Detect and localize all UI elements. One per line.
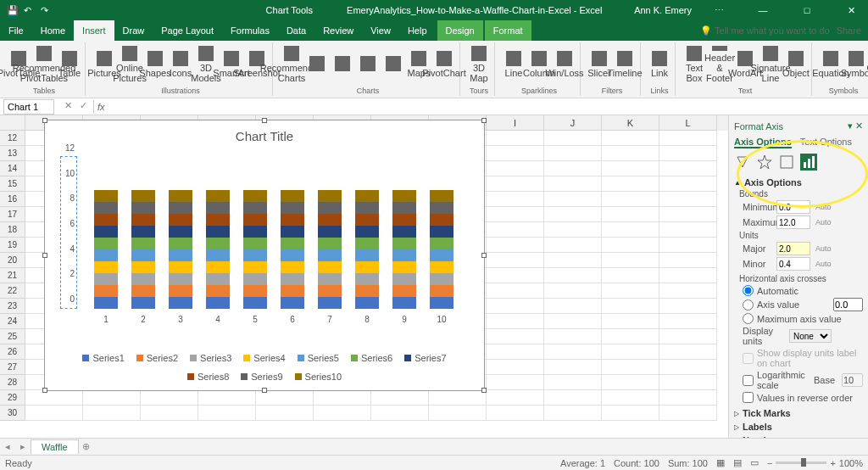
zoom-slider[interactable] <box>776 462 826 464</box>
tab-formulas[interactable]: Formulas <box>222 20 278 41</box>
minor-input[interactable] <box>776 257 810 271</box>
row-header[interactable]: 29 <box>0 390 25 406</box>
cell[interactable] <box>659 314 717 329</box>
cell[interactable] <box>487 329 544 344</box>
enter-formula-icon[interactable]: ✓ <box>76 100 90 114</box>
cell[interactable] <box>141 406 198 421</box>
bar-column[interactable]: 4 <box>206 190 230 309</box>
cell[interactable] <box>487 314 544 329</box>
cell[interactable] <box>544 390 602 406</box>
cell[interactable] <box>602 375 659 390</box>
ribbon-win-loss[interactable]: Win/Loss <box>553 46 576 83</box>
cell[interactable] <box>659 283 717 299</box>
ribbon-object[interactable]: Object <box>784 46 808 83</box>
cell[interactable] <box>544 360 602 375</box>
cell[interactable] <box>602 299 659 314</box>
cell[interactable] <box>487 283 544 299</box>
name-box[interactable]: Chart 1 <box>3 99 54 115</box>
fx-icon[interactable]: fx <box>97 102 105 112</box>
cell[interactable] <box>371 406 429 421</box>
logscale-check[interactable] <box>743 375 754 386</box>
ribbon-recommended-charts[interactable]: Recommended Charts <box>280 46 303 83</box>
legend-item[interactable]: Series5 <box>298 353 339 363</box>
cell[interactable] <box>659 161 717 176</box>
axisval-input[interactable] <box>833 298 863 311</box>
bar-column[interactable]: 10 <box>430 190 453 309</box>
labels-section[interactable]: ▷Labels <box>734 420 863 434</box>
ribbon-[interactable] <box>331 46 354 83</box>
ribbon--d-map[interactable]: 3D Map <box>467 46 491 83</box>
min-input[interactable] <box>776 200 810 214</box>
bar-column[interactable]: 2 <box>131 190 155 309</box>
tab-design[interactable]: Design <box>437 20 483 41</box>
ribbon-shapes[interactable]: Shapes <box>143 46 167 83</box>
row-header[interactable]: 13 <box>0 146 25 161</box>
cell[interactable] <box>429 406 487 421</box>
min-auto[interactable]: Auto <box>815 203 832 211</box>
cell[interactable] <box>659 360 717 375</box>
row-header[interactable]: 30 <box>0 406 25 421</box>
ribbon-timeline[interactable]: Timeline <box>613 46 637 83</box>
number-section[interactable]: ▷Number <box>734 434 863 438</box>
row-header[interactable]: 24 <box>0 314 25 329</box>
cell[interactable] <box>602 146 659 161</box>
subtab-text-options[interactable]: Text Options <box>800 137 852 148</box>
minimize-icon[interactable]: — <box>746 0 780 20</box>
user-name[interactable]: Ann K. Emery <box>634 5 692 15</box>
legend-item[interactable]: Series2 <box>136 353 178 363</box>
resize-handle[interactable] <box>42 253 47 258</box>
autosave-icon[interactable]: 💾 <box>7 5 17 15</box>
tab-file[interactable]: File <box>0 20 32 41</box>
cell[interactable] <box>602 283 659 299</box>
ribbon-symbol[interactable]: Symbol <box>844 46 868 83</box>
cell[interactable] <box>487 268 544 283</box>
resize-handle[interactable] <box>481 118 487 123</box>
row-header[interactable]: 14 <box>0 161 25 176</box>
cell[interactable] <box>659 207 717 222</box>
cell[interactable] <box>487 192 544 207</box>
max-auto[interactable]: Auto <box>815 218 832 227</box>
cell[interactable] <box>602 329 659 344</box>
tab-data[interactable]: Data <box>278 20 314 41</box>
ribbon-table[interactable]: Table <box>58 46 81 83</box>
base-input[interactable] <box>842 373 863 387</box>
cell[interactable] <box>487 375 544 390</box>
chart-legend[interactable]: Series1Series2Series3Series4Series5Serie… <box>45 353 484 382</box>
minor-auto[interactable]: Auto <box>815 260 832 268</box>
cell[interactable] <box>487 161 544 176</box>
cell[interactable] <box>25 406 83 421</box>
cell[interactable] <box>487 344 544 360</box>
row-header[interactable]: 25 <box>0 329 25 344</box>
bar-column[interactable]: 1 <box>94 190 118 309</box>
cell[interactable] <box>544 146 602 161</box>
ribbon-line[interactable]: Line <box>502 46 526 83</box>
cell[interactable] <box>487 238 544 253</box>
bar-column[interactable]: 9 <box>392 190 416 309</box>
cell[interactable] <box>544 253 602 268</box>
ribbon-[interactable] <box>356 46 380 83</box>
cell[interactable] <box>602 344 659 360</box>
cell[interactable] <box>659 329 717 344</box>
major-auto[interactable]: Auto <box>815 244 832 253</box>
tab-home[interactable]: Home <box>32 20 74 41</box>
sheet-nav-first-icon[interactable]: ◂ <box>0 441 15 452</box>
cell[interactable] <box>659 222 717 238</box>
cell[interactable] <box>659 406 717 421</box>
cell[interactable] <box>544 207 602 222</box>
legend-item[interactable]: Series3 <box>190 353 231 363</box>
cell[interactable] <box>659 192 717 207</box>
cell[interactable] <box>659 268 717 283</box>
axis-options-section[interactable]: ▲Axis Options <box>734 176 863 189</box>
new-sheet-icon[interactable]: ⊕ <box>79 441 94 452</box>
cell[interactable] <box>544 268 602 283</box>
col-header[interactable]: J <box>544 115 602 131</box>
cancel-formula-icon[interactable]: ✕ <box>61 100 75 114</box>
view-layout-icon[interactable]: ▤ <box>733 457 742 468</box>
cell[interactable] <box>602 207 659 222</box>
zoom-level[interactable]: 100% <box>839 458 863 468</box>
cell[interactable] <box>487 406 544 421</box>
cell[interactable] <box>602 314 659 329</box>
cell[interactable] <box>602 360 659 375</box>
ribbon-text-box[interactable]: Text Box <box>682 46 706 83</box>
cell[interactable] <box>544 329 602 344</box>
